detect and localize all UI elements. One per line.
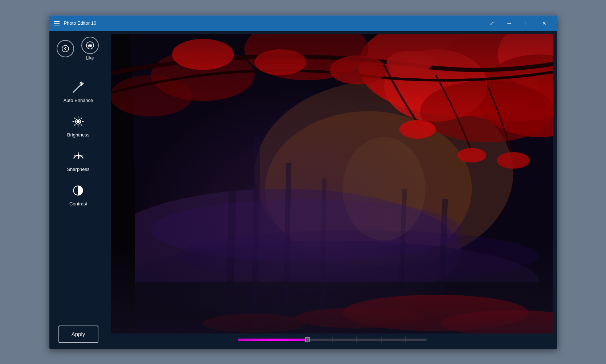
svg-point-39 bbox=[430, 34, 553, 122]
svg-point-47 bbox=[111, 75, 192, 116]
svg-line-28 bbox=[82, 155, 82, 155]
like-container: Like bbox=[81, 37, 99, 61]
slider-area bbox=[111, 334, 553, 346]
svg-point-59 bbox=[151, 199, 461, 261]
sidebar-tools: Auto Enhance bbox=[49, 71, 107, 320]
svg-point-46 bbox=[151, 49, 255, 101]
app-title: Photo Editor 10 bbox=[64, 20, 97, 26]
sharpness-tool[interactable]: Sharpness bbox=[67, 148, 89, 172]
titlebar-left: Photo Editor 10 bbox=[54, 20, 97, 26]
like-button[interactable] bbox=[81, 37, 99, 54]
svg-point-56 bbox=[441, 310, 553, 333]
restore-button[interactable]: ⤢ bbox=[484, 17, 500, 29]
svg-point-30 bbox=[77, 157, 79, 159]
svg-rect-32 bbox=[111, 34, 553, 334]
svg-point-42 bbox=[477, 54, 553, 137]
svg-point-40 bbox=[497, 34, 553, 96]
svg-point-0 bbox=[62, 45, 69, 52]
svg-line-3 bbox=[73, 86, 79, 92]
auto-enhance-label: Auto Enhance bbox=[64, 98, 93, 103]
svg-rect-37 bbox=[111, 282, 553, 333]
svg-line-19 bbox=[74, 118, 76, 119]
brightness-tool[interactable]: Brightness bbox=[67, 113, 89, 138]
svg-point-61 bbox=[342, 137, 425, 240]
sidebar: Like bbox=[49, 31, 107, 349]
photo-canvas bbox=[111, 34, 553, 334]
titlebar-controls: ⤢ ─ □ ✕ bbox=[484, 17, 553, 29]
back-button[interactable] bbox=[57, 40, 74, 57]
titlebar: Photo Editor 10 ⤢ ─ □ ✕ bbox=[49, 16, 557, 31]
maximize-button[interactable]: □ bbox=[518, 17, 535, 29]
svg-line-26 bbox=[74, 155, 75, 155]
svg-point-57 bbox=[296, 307, 420, 328]
svg-point-48 bbox=[172, 39, 234, 70]
svg-point-36 bbox=[125, 240, 539, 323]
svg-point-38 bbox=[358, 34, 553, 116]
svg-line-22 bbox=[74, 124, 76, 125]
svg-line-9 bbox=[80, 82, 81, 83]
svg-point-52 bbox=[399, 120, 436, 138]
image-area bbox=[107, 31, 557, 349]
minimize-button[interactable]: ─ bbox=[501, 17, 518, 29]
svg-line-21 bbox=[81, 118, 82, 119]
svg-point-43 bbox=[384, 49, 487, 121]
hamburger-icon[interactable] bbox=[54, 21, 60, 25]
svg-point-58 bbox=[203, 314, 306, 332]
brightness-label: Brightness bbox=[67, 132, 89, 138]
svg-rect-2 bbox=[89, 45, 89, 47]
svg-point-55 bbox=[342, 295, 529, 331]
sharpness-icon bbox=[70, 148, 87, 164]
like-label: Like bbox=[86, 56, 94, 61]
svg-line-10 bbox=[82, 84, 83, 85]
svg-point-44 bbox=[420, 80, 553, 142]
svg-point-53 bbox=[457, 148, 486, 162]
photo-background bbox=[111, 34, 553, 334]
main-content: Like bbox=[49, 31, 557, 349]
svg-line-20 bbox=[81, 124, 82, 125]
svg-point-54 bbox=[496, 152, 529, 169]
auto-enhance-icon bbox=[70, 79, 87, 95]
svg-point-41 bbox=[539, 49, 553, 121]
svg-point-49 bbox=[255, 49, 306, 75]
svg-point-60 bbox=[177, 230, 539, 282]
slider-track[interactable] bbox=[238, 339, 427, 341]
svg-line-11 bbox=[82, 82, 83, 83]
sharpness-label: Sharpness bbox=[67, 167, 89, 172]
sidebar-top-actions: Like bbox=[49, 37, 107, 61]
svg-point-34 bbox=[265, 111, 472, 266]
contrast-icon bbox=[70, 182, 86, 199]
brightness-icon bbox=[70, 113, 86, 130]
svg-point-45 bbox=[244, 34, 368, 80]
apply-button[interactable]: Apply bbox=[58, 326, 98, 343]
svg-point-35 bbox=[111, 189, 461, 313]
contrast-label: Contrast bbox=[69, 201, 87, 206]
svg-point-14 bbox=[77, 120, 80, 123]
auto-enhance-tool[interactable]: Auto Enhance bbox=[64, 79, 93, 103]
close-button[interactable]: ✕ bbox=[536, 17, 553, 29]
svg-point-33 bbox=[255, 80, 513, 266]
svg-point-51 bbox=[386, 50, 433, 73]
contrast-tool[interactable]: Contrast bbox=[69, 182, 87, 206]
app-window: Photo Editor 10 ⤢ ─ □ ✕ bbox=[49, 15, 557, 349]
svg-point-50 bbox=[329, 55, 386, 84]
